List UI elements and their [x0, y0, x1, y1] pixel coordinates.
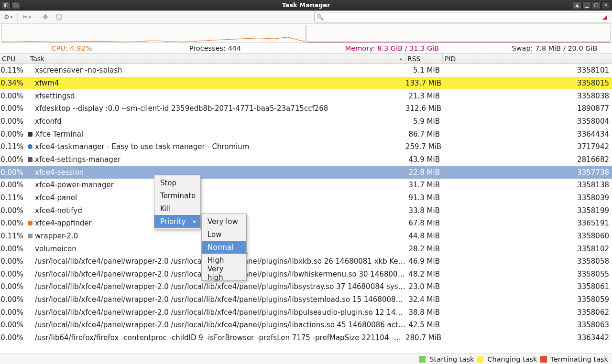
window-shade-button[interactable]: ○: [11, 1, 20, 9]
table-row[interactable]: 0.00%xfsettingsd21.3 MiB3358038: [0, 89, 612, 102]
table-row[interactable]: 0.00%xfce4-session22.8 MiB3357738: [0, 166, 612, 179]
table-row[interactable]: 0.00%/usr/local/lib/xfce4/panel/wrapper-…: [0, 280, 612, 293]
table-row[interactable]: 0.00%xfce4-settings-manager43.9 MiB28166…: [0, 153, 612, 166]
cell-rss: 32.4 MiB: [405, 295, 443, 304]
table-row[interactable]: 0.00%/usr/local/lib/xfce4/panel/wrapper-…: [0, 255, 612, 268]
window-maximize-button[interactable]: ▢: [592, 1, 601, 9]
cell-rss: 259.7 MiB: [405, 142, 443, 151]
table-row[interactable]: 0.00%xfconfd5.9 MiB3358004: [0, 115, 612, 128]
memory-graph: [306, 25, 611, 43]
search-field[interactable]: 🔍 ◢: [314, 12, 609, 22]
cell-rss: 42.5 MiB: [405, 321, 443, 329]
cell-rss: 133.7 MiB: [405, 79, 443, 87]
header-cpu[interactable]: CPU: [0, 54, 26, 64]
window-close-button[interactable]: ✕: [601, 1, 610, 9]
priority-option-very-high[interactable]: Very high: [202, 267, 246, 279]
legend-footer: Starting task Changing task Terminating …: [0, 353, 612, 364]
cell-pid: 3363442: [443, 333, 612, 342]
cell-pid: 3358102: [443, 245, 612, 253]
cell-cpu: 0.00%: [0, 104, 26, 113]
cell-cpu: 0.00%: [0, 168, 26, 177]
table-row[interactable]: 0.11%xfce4-taskmanager - Easy to use tas…: [0, 140, 612, 153]
cell-cpu: 0.11%: [0, 232, 26, 240]
table-row[interactable]: 0.00%/usr/local/lib/xfce4/panel/wrapper-…: [0, 293, 612, 306]
ctx-item-priority[interactable]: Priority▸: [154, 215, 200, 228]
graphs-panel: [0, 24, 612, 43]
cell-rss: 91.3 MiB: [405, 193, 443, 202]
window-minimize-button[interactable]: ▁: [582, 1, 591, 9]
cell-task: /usr/local/lib/xfce4/panel/wrapper-2.0 /…: [34, 295, 405, 304]
search-icon: 🔍: [317, 14, 324, 21]
app-icon: [26, 132, 34, 137]
table-row[interactable]: 0.00%xfdesktop --display :0.0 --sm-clien…: [0, 102, 612, 115]
legend-starting: Starting task: [429, 355, 474, 363]
priority-option-low[interactable]: Low: [202, 228, 246, 241]
cell-cpu: 0.00%: [0, 219, 26, 227]
table-row[interactable]: 0.00%/usr/local/lib/xfce4/panel/wrapper-…: [0, 319, 612, 332]
cell-pid: 3358058: [443, 257, 612, 266]
cell-pid: 3358015: [443, 79, 612, 87]
table-row[interactable]: 0.00%xfce4-power-manager31.7 MiB3358138: [0, 179, 612, 192]
cell-rss: 21.3 MiB: [405, 92, 443, 100]
actions-menu-icon[interactable]: ✂: [22, 12, 32, 22]
cell-cpu: 0.00%: [0, 117, 26, 126]
legend-swatch-changing: [477, 356, 483, 363]
header-pid[interactable]: PID: [443, 54, 612, 64]
ctx-item-stop[interactable]: Stop: [154, 176, 200, 189]
cell-rss: 23.0 MiB: [405, 282, 443, 291]
ctx-item-kill[interactable]: Kill: [154, 202, 200, 215]
table-row[interactable]: 0.00%Xfce Terminal86.7 MiB3364434: [0, 128, 612, 140]
cell-task: xfce4-taskmanager - Easy to use task man…: [34, 142, 405, 151]
table-row[interactable]: 0.00%/usr/lib64/firefox/firefox -content…: [0, 332, 612, 344]
window-ontop-button[interactable]: ▲: [573, 1, 581, 9]
sort-indicator-icon: ▴: [400, 56, 402, 61]
cell-pid: 3358101: [443, 66, 612, 75]
priority-submenu[interactable]: Very lowLowNormalHighVery high: [201, 214, 247, 281]
cell-cpu: 0.00%: [0, 270, 26, 278]
priority-option-normal[interactable]: Normal: [202, 241, 246, 254]
cell-cpu: 0.00%: [0, 92, 26, 100]
info-icon[interactable]: ⓘ: [54, 12, 64, 22]
table-row[interactable]: 0.11%xscreensaver -no-splash5.1 MiB33581…: [0, 64, 612, 77]
submenu-arrow-icon: ▸: [186, 218, 196, 225]
cell-pid: 3358004: [443, 117, 612, 126]
cell-task: /usr/local/lib/xfce4/panel/wrapper-2.0 /…: [34, 282, 405, 291]
table-row[interactable]: 0.11%wrapper-2.044.8 MiB3358060: [0, 230, 612, 243]
cell-pid: 3358039: [443, 193, 612, 202]
context-menu[interactable]: StopTerminateKillPriority▸: [154, 175, 201, 229]
window-titlebar: ◧ ○ Task Manager ▲ ▁ ▢ ✕: [0, 0, 612, 11]
cell-pid: 3365191: [443, 219, 612, 227]
cell-cpu: 0.00%: [0, 181, 26, 189]
cell-task: xscreensaver -no-splash: [34, 66, 405, 75]
table-row[interactable]: 0.11%xfce4-panel91.3 MiB3358039: [0, 192, 612, 204]
cell-task: xfsettingsd: [34, 92, 405, 100]
table-row[interactable]: 0.00%volumeicon28.2 MiB3358102: [0, 242, 612, 255]
cell-task: xfce4-session: [34, 168, 405, 177]
table-row[interactable]: 0.34%xfwm4133.7 MiB3358015: [0, 77, 612, 90]
clear-search-icon[interactable]: ◢: [602, 14, 607, 21]
header-task[interactable]: Task ▴: [26, 54, 405, 64]
cell-rss: 5.9 MiB: [405, 117, 443, 126]
table-row[interactable]: 0.00%/usr/local/lib/xfce4/panel/wrapper-…: [0, 306, 612, 319]
cell-cpu: 0.00%: [0, 245, 26, 253]
cell-cpu: 0.11%: [0, 142, 26, 151]
table-row[interactable]: 0.00%/usr/local/lib/xfce4/panel/wrapper-…: [0, 268, 612, 281]
cell-pid: 3357738: [443, 168, 612, 177]
table-row[interactable]: 0.00%xfce4-notifyd33.8 MiB3358199: [0, 204, 612, 217]
cell-task: xfdesktop --display :0.0 --sm-client-id …: [34, 104, 405, 113]
cell-rss: 5.1 MiB: [405, 66, 443, 75]
app-icon: [26, 234, 34, 238]
table-row[interactable]: 0.00%xfce4-appfinder67.8 MiB3365191: [0, 217, 612, 230]
cell-task: xfwm4: [34, 79, 405, 87]
window-menu-button[interactable]: ◧: [2, 1, 11, 9]
cell-rss: 86.7 MiB: [405, 130, 443, 139]
cell-pid: 3358059: [443, 295, 612, 304]
priority-option-very-low[interactable]: Very low: [202, 215, 246, 228]
expand-icon[interactable]: ✥: [40, 12, 51, 22]
cell-rss: 67.8 MiB: [405, 219, 443, 227]
settings-menu-icon[interactable]: ⚙: [3, 12, 13, 22]
search-input[interactable]: [326, 13, 601, 21]
cell-pid: 3358138: [443, 181, 612, 189]
ctx-item-terminate[interactable]: Terminate: [154, 189, 200, 202]
header-rss[interactable]: RSS: [405, 54, 443, 64]
